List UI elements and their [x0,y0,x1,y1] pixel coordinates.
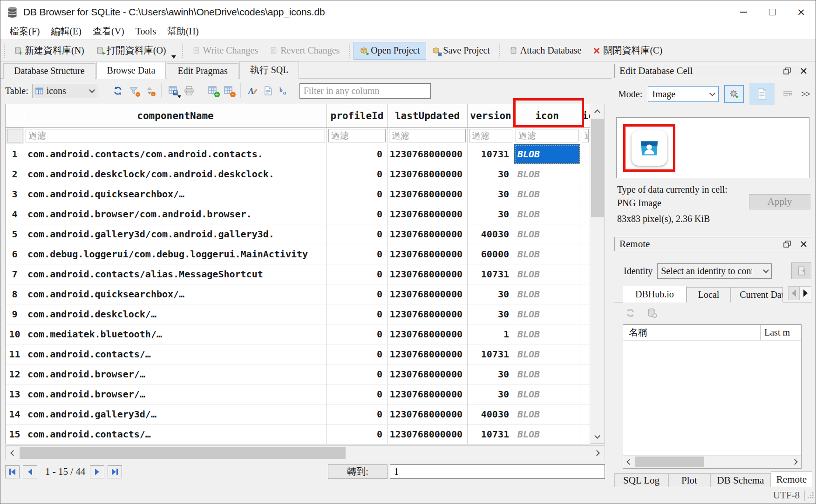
cell-lastUpdated[interactable]: 1230768000000 [388,164,468,184]
cell-partial[interactable] [580,404,591,424]
scroll-down-button[interactable] [590,430,605,444]
close-panel-icon[interactable] [800,241,807,248]
cell-version[interactable]: 30 [468,204,514,224]
cell-lastUpdated[interactable]: 1230768000000 [388,384,468,404]
tree-horizontal-scrollbar[interactable] [623,455,801,468]
row-number[interactable]: 5 [6,224,24,244]
cell-version[interactable]: 1 [468,324,514,344]
cell-profileId[interactable]: 0 [327,144,388,164]
tabs-scroll-left-button[interactable] [788,286,800,300]
goto-record-input[interactable] [390,464,605,479]
tabs-scroll-right-button[interactable] [800,286,811,300]
last-record-button[interactable] [108,465,122,478]
tab-sql-log[interactable]: SQL Log [614,473,668,487]
cell-icon[interactable]: BLOB [514,224,580,244]
close-database-button[interactable]: 關閉資料庫(C) [587,42,668,60]
apply-button[interactable]: Apply [749,194,810,209]
delete-record-button[interactable]: - [221,83,237,99]
cell-lastUpdated[interactable]: 1230768000000 [388,424,468,444]
cell-componentName[interactable]: com.android.browser/com.android.browser. [24,204,327,224]
vertical-scrollbar[interactable] [590,104,605,444]
cell-partial[interactable] [580,164,591,184]
cell-partial[interactable] [580,224,591,244]
cell-version[interactable]: 30 [468,164,514,184]
cell-profileId[interactable]: 0 [327,424,388,444]
cell-lastUpdated[interactable]: 1230768000000 [388,304,468,324]
cell-lastUpdated[interactable]: 1230768000000 [388,344,468,364]
cell-version[interactable]: 10731 [468,144,514,164]
mode-select[interactable]: Image [648,86,719,102]
filter-partial[interactable]: 過 [580,128,591,144]
text-mode-button[interactable] [749,83,775,105]
tab-browse-data[interactable]: Browse Data [96,62,166,79]
row-number[interactable]: 12 [6,364,24,384]
row-number[interactable]: 15 [6,424,24,444]
cell-lastUpdated[interactable]: 1230768000000 [388,204,468,224]
import-certificate-button[interactable] [791,262,811,279]
tree-scroll-left-button[interactable] [623,456,634,468]
cell-lastUpdated[interactable]: 1230768000000 [388,224,468,244]
tab-database-structure[interactable]: Database Structure [3,63,95,79]
edit-font-button[interactable]: A [245,83,260,99]
column-header-partial[interactable]: ic [580,104,591,128]
cell-icon[interactable]: BLOB [514,244,580,264]
cell-componentName[interactable]: com.android.deskclock/… [24,304,327,324]
cell-profileId[interactable]: 0 [327,184,388,204]
cell-componentName[interactable]: com.android.gallery3d/… [24,404,327,424]
cell-profileId[interactable]: 0 [327,224,388,244]
tab-execute-sql[interactable]: 執行 SQL [239,61,299,79]
cell-version[interactable]: 40030 [468,404,514,424]
print-button[interactable] [181,83,197,99]
float-panel-icon[interactable] [783,67,791,74]
cell-version[interactable]: 10731 [468,424,514,444]
cell-lastUpdated[interactable]: 1230768000000 [388,184,468,204]
cell-version[interactable]: 30 [468,284,514,304]
cell-icon[interactable]: BLOB [514,404,580,424]
encoding-button[interactable]: ba [276,83,292,99]
cell-lastUpdated[interactable]: 1230768000000 [388,324,468,344]
row-number[interactable]: 11 [6,344,24,364]
column-header-profileId[interactable]: profileId [327,104,388,128]
cell-partial[interactable] [580,264,591,284]
cell-profileId[interactable]: 0 [327,384,388,404]
column-header-icon[interactable]: icon [514,104,580,128]
cell-profileId[interactable]: 0 [327,404,388,424]
write-changes-button[interactable]: Write Changes [187,42,265,60]
save-project-button[interactable]: Save Project [426,42,496,60]
row-number[interactable]: 2 [6,164,24,184]
cell-partial[interactable] [580,344,591,364]
menu-edit[interactable]: 編輯(E) [45,24,87,39]
previous-record-button[interactable] [23,465,37,478]
cell-version[interactable]: 30 [468,384,514,404]
cell-version[interactable]: 40030 [468,224,514,244]
cell-componentName[interactable]: com.android.contacts/com.android.contact… [24,144,327,164]
cell-componentName[interactable]: com.android.quicksearchbox/… [24,284,327,304]
cell-version[interactable]: 10731 [468,264,514,284]
cell-version[interactable]: 30 [468,364,514,384]
row-number[interactable]: 9 [6,304,24,324]
menu-file[interactable]: 檔案(F) [4,24,45,39]
cell-componentName[interactable]: com.android.contacts/alias.MessageShortc… [24,264,327,284]
format-document-button[interactable] [260,83,276,99]
cell-lastUpdated[interactable]: 1230768000000 [388,144,468,164]
tree-column-name[interactable]: 名稱 [623,325,760,340]
cell-version[interactable]: 30 [468,184,514,204]
cell-profileId[interactable]: 0 [327,364,388,384]
resize-grip[interactable] [808,492,814,499]
row-number[interactable]: 6 [6,244,24,264]
close-panel-icon[interactable] [800,67,807,74]
open-database-button[interactable]: ▸ 打開資料庫(O) [90,42,172,60]
new-database-button[interactable]: + 新建資料庫(N) [8,42,90,60]
cell-icon[interactable]: BLOB [514,144,580,164]
filter-any-column-input[interactable] [299,83,431,99]
cell-icon[interactable]: BLOB [514,424,580,444]
horizontal-scrollbar-thumb[interactable] [20,447,346,459]
vertical-scrollbar-thumb[interactable] [591,119,604,217]
tab-local[interactable]: Local [687,287,731,302]
cell-partial[interactable] [580,244,591,264]
column-header-version[interactable]: version [468,104,514,128]
menu-view[interactable]: 查看(V) [87,24,130,39]
cell-componentName[interactable]: com.android.contacts/… [24,344,327,364]
close-button[interactable]: × [787,0,816,24]
scroll-right-button[interactable] [591,446,605,460]
